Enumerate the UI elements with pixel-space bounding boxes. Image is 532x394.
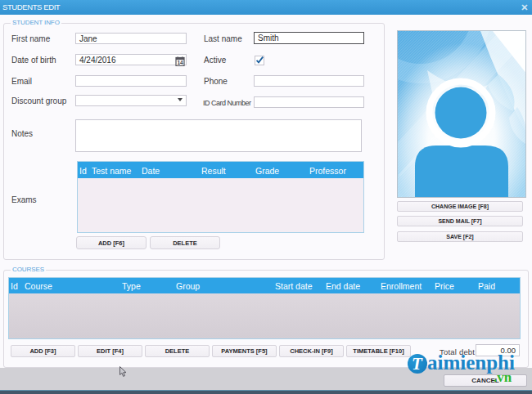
svg-text:14: 14: [177, 60, 183, 65]
